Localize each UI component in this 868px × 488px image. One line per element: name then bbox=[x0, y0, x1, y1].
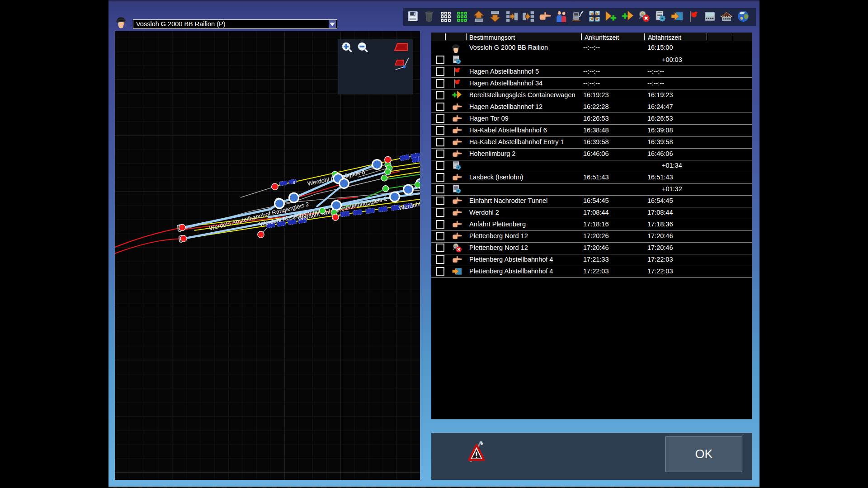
svg-text:6: 6 bbox=[293, 180, 295, 185]
